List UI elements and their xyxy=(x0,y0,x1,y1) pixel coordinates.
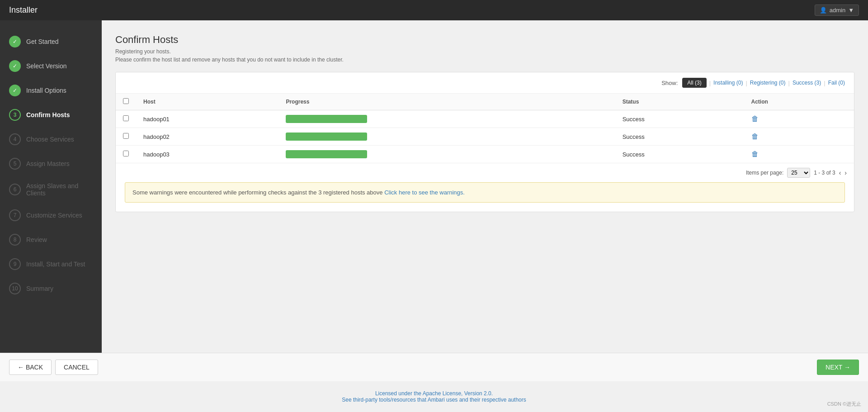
select-all-checkbox[interactable] xyxy=(123,98,129,104)
filter-sep-1: | xyxy=(709,80,711,86)
row-host: hadoop03 xyxy=(136,146,278,163)
filter-all-button[interactable]: All (3) xyxy=(682,78,706,88)
content-area: Confirm Hosts Registering your hosts. Pl… xyxy=(102,20,868,353)
select-all-header xyxy=(116,94,136,110)
row-checkbox-cell xyxy=(116,146,136,163)
delete-icon[interactable]: 🗑 xyxy=(751,133,759,140)
row-action: 🗑 xyxy=(744,110,854,128)
table-row: hadoop01 Success 🗑 xyxy=(116,110,854,128)
progress-bar-container xyxy=(286,150,367,158)
sidebar-label-assign-slaves: Assign Slaves and Clients xyxy=(26,182,93,197)
sidebar: ✓ Get Started ✓ Select Version ✓ Install… xyxy=(0,20,102,353)
col-header-host: Host xyxy=(136,94,278,110)
app-title: Installer xyxy=(9,5,38,15)
page-subtitle1: Registering your hosts. xyxy=(115,48,854,55)
sidebar-item-choose-services: 4 Choose Services xyxy=(0,127,102,152)
pagination-bar: Items per page: 25 50 100 1 - 3 of 3 ‹ › xyxy=(116,163,854,182)
sidebar-label-get-started: Get Started xyxy=(26,38,59,45)
step-circle-1: ✓ xyxy=(9,36,21,47)
row-action: 🗑 xyxy=(744,146,854,163)
warning-text: Some warnings were encountered while per… xyxy=(132,189,384,196)
footer-third-party-link[interactable]: See third-party tools/resources that Amb… xyxy=(342,397,526,403)
filter-fail-link[interactable]: Fail (0) xyxy=(828,80,845,86)
row-checkbox[interactable] xyxy=(123,115,129,121)
sidebar-label-install-start-test: Install, Start and Test xyxy=(26,260,85,268)
sidebar-label-assign-masters: Assign Masters xyxy=(26,160,70,167)
filter-installing-link[interactable]: Installing (0) xyxy=(713,80,743,86)
btn-group-left: ← BACK CANCEL xyxy=(9,360,98,375)
filter-success-link[interactable]: Success (3) xyxy=(793,80,821,86)
row-host: hadoop02 xyxy=(136,128,278,146)
filter-bar: Show: All (3) | Installing (0) | Registe… xyxy=(116,72,854,94)
step-circle-3: ✓ xyxy=(9,85,21,96)
topbar: Installer 👤 admin ▼ xyxy=(0,0,868,20)
next-page-button[interactable]: › xyxy=(844,169,847,176)
filter-sep-2: | xyxy=(745,80,747,86)
sidebar-label-customize-services: Customize Services xyxy=(26,212,82,219)
dropdown-icon: ▼ xyxy=(848,7,854,14)
row-progress xyxy=(278,128,615,146)
footer: Licensed under the Apache License, Versi… xyxy=(0,381,868,412)
page-subtitle2: Please confirm the host list and remove … xyxy=(115,57,854,63)
sidebar-item-confirm-hosts[interactable]: 3 Confirm Hosts xyxy=(0,103,102,127)
back-button[interactable]: ← BACK xyxy=(9,360,52,375)
table-row: hadoop02 Success 🗑 xyxy=(116,128,854,146)
sidebar-item-select-version[interactable]: ✓ Select Version xyxy=(0,54,102,78)
user-icon: 👤 xyxy=(820,7,827,14)
sidebar-item-review: 8 Review xyxy=(0,227,102,252)
row-checkbox[interactable] xyxy=(123,151,129,156)
sidebar-label-review: Review xyxy=(26,236,47,243)
delete-icon[interactable]: 🗑 xyxy=(751,150,759,158)
step-circle-10: 9 xyxy=(9,258,21,270)
cancel-button[interactable]: CANCEL xyxy=(55,360,98,375)
footer-license-link[interactable]: Licensed under the Apache License, Versi… xyxy=(375,390,493,397)
row-checkbox-cell xyxy=(116,110,136,128)
progress-bar-fill xyxy=(286,115,367,123)
row-checkbox[interactable] xyxy=(123,133,129,139)
progress-bar-container xyxy=(286,133,367,141)
progress-bar-container xyxy=(286,115,367,123)
row-checkbox-cell xyxy=(116,128,136,146)
filter-sep-3: | xyxy=(788,80,790,86)
step-circle-4: 3 xyxy=(9,109,21,121)
user-label: admin xyxy=(830,7,845,14)
step-circle-9: 8 xyxy=(9,234,21,246)
filter-registering-link[interactable]: Registering (0) xyxy=(750,80,786,86)
sidebar-item-get-started[interactable]: ✓ Get Started xyxy=(0,29,102,54)
table-header-row: Host Progress Status Action xyxy=(116,94,854,110)
step-circle-6: 5 xyxy=(9,158,21,170)
filter-sep-4: | xyxy=(824,80,825,86)
delete-icon[interactable]: 🗑 xyxy=(751,115,759,123)
per-page-select[interactable]: 25 50 100 xyxy=(787,168,810,178)
page-title: Confirm Hosts xyxy=(115,34,854,46)
progress-bar-fill xyxy=(286,133,367,141)
watermark: CSDN ©进无止 xyxy=(827,401,861,407)
user-menu[interactable]: 👤 admin ▼ xyxy=(815,5,859,16)
row-action: 🗑 xyxy=(744,128,854,146)
row-status: Success xyxy=(615,110,744,128)
step-circle-2: ✓ xyxy=(9,60,21,72)
sidebar-item-customize-services: 7 Customize Services xyxy=(0,203,102,227)
row-progress xyxy=(278,110,615,128)
row-progress xyxy=(278,146,615,163)
next-button[interactable]: NEXT → xyxy=(817,360,859,375)
step-circle-11: 10 xyxy=(9,283,21,294)
hosts-card: Show: All (3) | Installing (0) | Registe… xyxy=(115,72,854,212)
sidebar-item-assign-slaves: 6 Assign Slaves and Clients xyxy=(0,176,102,203)
sidebar-label-choose-services: Choose Services xyxy=(26,136,74,143)
step-circle-5: 4 xyxy=(9,133,21,145)
sidebar-item-install-start-test: 9 Install, Start and Test xyxy=(0,252,102,276)
warning-box: Some warnings were encountered while per… xyxy=(125,182,845,203)
step-circle-7: 6 xyxy=(9,184,21,195)
hosts-table: Host Progress Status Action hadoop01 xyxy=(116,94,854,163)
bottom-bar: ← BACK CANCEL NEXT → xyxy=(0,353,868,381)
sidebar-label-select-version: Select Version xyxy=(26,62,67,70)
page-range-label: 1 - 3 of 3 xyxy=(814,170,835,176)
table-row: hadoop03 Success 🗑 xyxy=(116,146,854,163)
prev-page-button[interactable]: ‹ xyxy=(839,169,841,176)
progress-bar-fill xyxy=(286,150,367,158)
items-per-page-label: Items per page: xyxy=(746,170,783,176)
sidebar-item-install-options[interactable]: ✓ Install Options xyxy=(0,78,102,103)
col-header-status: Status xyxy=(615,94,744,110)
warning-link[interactable]: Click here to see the warnings. xyxy=(384,189,465,196)
